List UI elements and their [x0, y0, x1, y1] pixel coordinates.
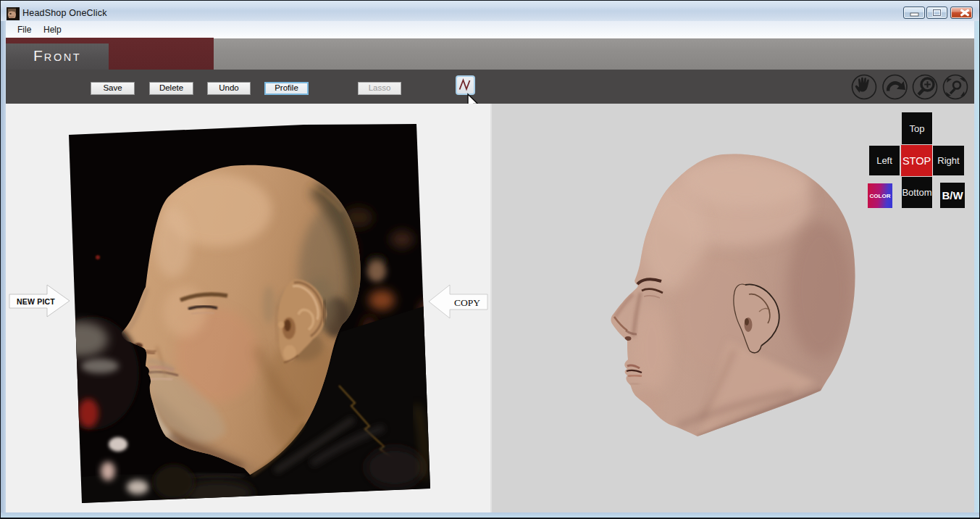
- svg-text:COPY: COPY: [454, 297, 480, 308]
- svg-text:NEW PICT: NEW PICT: [17, 297, 55, 306]
